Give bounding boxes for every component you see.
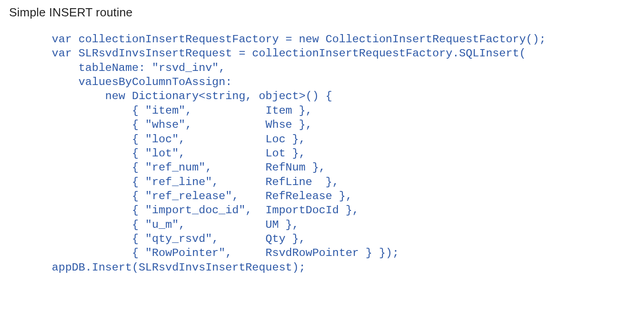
- code-line: { "qty_rsvd", Qty },: [52, 233, 306, 245]
- code-block: var collectionInsertRequestFactory = new…: [52, 32, 635, 275]
- code-line: { "import_doc_id", ImportDocId },: [52, 204, 359, 216]
- code-line: { "u_m", UM },: [52, 219, 299, 231]
- code-line: var SLRsvdInvsInsertRequest = collection…: [52, 47, 526, 60]
- page-title: Simple INSERT routine: [9, 5, 635, 20]
- code-line: var collectionInsertRequestFactory = new…: [52, 33, 546, 45]
- code-line: { "loc", Loc },: [52, 133, 306, 145]
- code-line: { "whse", Whse },: [52, 119, 312, 131]
- code-line: { "ref_line", RefLine },: [52, 176, 339, 188]
- code-line: appDB.Insert(SLRsvdInvsInsertRequest);: [52, 261, 306, 274]
- document-page: Simple INSERT routine var collectionInse…: [0, 0, 644, 275]
- code-line: tableName: "rsvd_inv",: [52, 62, 225, 74]
- code-line: { "RowPointer", RsvdRowPointer } });: [52, 247, 399, 259]
- code-line: { "lot", Lot },: [52, 147, 306, 160]
- code-line: new Dictionary<string, object>() {: [52, 90, 332, 102]
- code-line: { "ref_num", RefNum },: [52, 161, 326, 174]
- code-line: { "ref_release", RefRelease },: [52, 190, 352, 202]
- code-line: { "item", Item },: [52, 105, 312, 117]
- code-line: valuesByColumnToAssign:: [52, 76, 232, 88]
